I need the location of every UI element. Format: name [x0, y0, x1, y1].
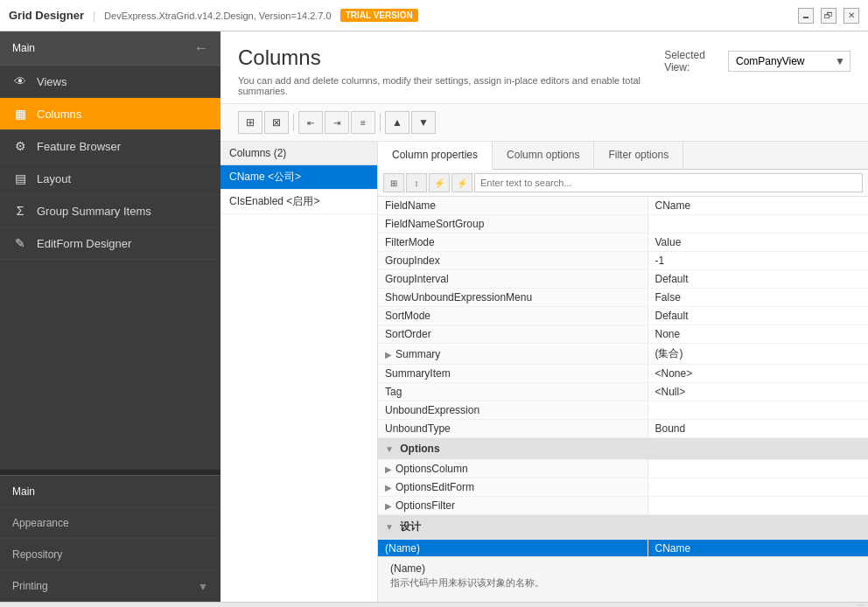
sidebar-nav: 👁 Views ▦ Columns ⚙ Feature Browser ▤ La… [0, 66, 220, 470]
props-filter-button[interactable]: ⚡ [429, 173, 450, 192]
tab-column-properties[interactable]: Column properties [378, 142, 493, 170]
table-row: ▶OptionsFilter [378, 497, 868, 515]
prop-name-fieldname: FieldName [378, 197, 648, 215]
table-row: SortMode Default [378, 307, 868, 325]
props-table: FieldName CName FieldNameSortGroup Filte… [378, 197, 868, 556]
collapse-icon[interactable]: ▼ [385, 444, 394, 454]
prop-value-sortmode[interactable]: Default [648, 307, 868, 325]
props-search-input[interactable] [474, 173, 863, 192]
page-title: Columns [238, 45, 664, 70]
column-item-cisenabled[interactable]: CIsEnabled <启用> [220, 190, 377, 214]
resize-dots-icon: ⋯ [858, 601, 864, 607]
minimize-button[interactable]: 🗕 [798, 8, 814, 24]
properties-grid: FieldName CName FieldNameSortGroup Filte… [378, 197, 868, 556]
tab-filter-options[interactable]: Filter options [594, 142, 683, 169]
move-first-button[interactable]: ⇤ [298, 111, 323, 134]
prop-value-groupinterval[interactable]: Default [648, 270, 868, 289]
collapse-icon[interactable]: ▼ [385, 522, 394, 532]
prop-value-fieldnamesortgroup[interactable] [648, 215, 868, 234]
prop-value-groupindex[interactable]: -1 [648, 252, 868, 270]
prop-name-filtermode: FilterMode [378, 234, 648, 252]
prop-name-sortmode: SortMode [378, 307, 648, 325]
prop-value-optionseditform[interactable] [648, 478, 868, 497]
page-description: You can add and delete columns, modify t… [238, 75, 664, 96]
sidebar-item-editform[interactable]: ✎ EditForm Designer [0, 227, 220, 260]
prop-value-summary[interactable]: (集合) [648, 344, 868, 365]
prop-value-unboundtype[interactable]: Bound [648, 420, 868, 438]
group-header-design: ▼ 设计 [378, 515, 868, 540]
prop-value-name[interactable]: CName [648, 540, 868, 557]
table-row: GroupIndex -1 [378, 252, 868, 270]
title-bar: Grid Designer | DevExpress.XtraGrid.v14.… [0, 0, 868, 31]
content-main: Columns (2) CName <公司> CIsEnabled <启用> C… [220, 142, 868, 602]
prop-value-sortorder[interactable]: None [648, 325, 868, 344]
selected-view-label: Selected View: [664, 49, 721, 73]
sidebar-title: Main [12, 42, 35, 54]
sidebar-item-views[interactable]: 👁 Views [0, 66, 220, 98]
tab-column-options[interactable]: Column options [493, 142, 594, 169]
expand-icon[interactable]: ▶ [385, 483, 392, 492]
add-column-button[interactable]: ⊞ [238, 111, 262, 134]
move-down-button[interactable]: ▼ [411, 111, 436, 134]
table-row: ▶OptionsColumn [378, 460, 868, 478]
toolbar: ⊞ ⊠ ⇤ ⇥ ≡ ▲ ▼ [220, 104, 868, 142]
properties-panel: Column properties Column options Filter … [378, 142, 868, 602]
editform-icon: ✎ [12, 236, 28, 250]
column-item-cname[interactable]: CName <公司> [220, 165, 377, 190]
expand-icon[interactable]: ▶ [385, 350, 392, 359]
prop-value-tag[interactable]: <Null> [648, 383, 868, 401]
columns-icon: ▦ [12, 107, 28, 121]
table-row: UnboundType Bound [378, 420, 868, 438]
prop-value-unboundexpr[interactable] [648, 401, 868, 420]
sidebar-section-main[interactable]: Main [0, 476, 220, 507]
selected-view-dropdown[interactable]: ComPanyView [728, 51, 850, 72]
prop-name-unboundtype: UnboundType [378, 420, 648, 438]
props-toolbar: ⊞ ↕ ⚡ ⚡ [378, 170, 868, 197]
delete-column-button[interactable]: ⊠ [264, 111, 289, 134]
sidebar: Main ← 👁 Views ▦ Columns ⚙ Feature Brows… [0, 31, 220, 602]
move-up-button[interactable]: ▲ [385, 111, 410, 134]
props-sort-alpha-button[interactable]: ↕ [406, 173, 427, 192]
sidebar-item-group-summary[interactable]: Σ Group Summary Items [0, 195, 220, 227]
toolbar-separator [293, 114, 294, 131]
close-button[interactable]: ✕ [844, 8, 859, 24]
prop-value-optionscolumn[interactable] [648, 460, 868, 478]
prop-value-fieldname[interactable]: CName [648, 197, 868, 215]
printing-section-label: Printing [12, 580, 48, 592]
columns-count-label: Columns (2) [229, 147, 286, 159]
window-controls: 🗕 🗗 ✕ [798, 8, 859, 24]
title-sep: | [93, 10, 95, 22]
table-row: ▶Summary (集合) [378, 344, 868, 365]
sidebar-bottom: Main Appearance Repository Printing ▼ [0, 475, 220, 602]
prop-value-showunbound[interactable]: False [648, 289, 868, 307]
appearance-section-label: Appearance [12, 517, 69, 529]
app-body: Main ← 👁 Views ▦ Columns ⚙ Feature Brows… [0, 31, 868, 602]
sidebar-header: Main ← [0, 31, 220, 66]
sidebar-section-appearance[interactable]: Appearance [0, 507, 220, 539]
prop-name-showunbound: ShowUnboundExpressionMenu [378, 289, 648, 307]
prop-name-name: (Name) [378, 540, 648, 557]
prop-name-unboundexpr: UnboundExpression [378, 401, 648, 420]
expand-icon[interactable]: ▶ [385, 501, 392, 511]
prop-value-summaryitem[interactable]: <None> [648, 365, 868, 383]
sidebar-item-layout[interactable]: ▤ Layout [0, 163, 220, 195]
prop-value-filtermode[interactable]: Value [648, 234, 868, 252]
align-button[interactable]: ≡ [351, 111, 375, 134]
sidebar-item-feature-browser[interactable]: ⚙ Feature Browser [0, 130, 220, 163]
sidebar-item-columns[interactable]: ▦ Columns [0, 98, 220, 130]
sidebar-section-printing[interactable]: Printing ▼ [0, 570, 220, 602]
trial-badge: TRIAL VERSION [340, 9, 418, 22]
prop-name-groupindex: GroupIndex [378, 252, 648, 270]
columns-panel-header: Columns (2) [220, 142, 377, 165]
app-name: Grid Designer [9, 9, 84, 22]
expand-icon[interactable]: ▶ [385, 464, 392, 474]
sidebar-section-repository[interactable]: Repository [0, 539, 220, 570]
sidebar-back-icon[interactable]: ← [194, 40, 208, 56]
move-last-button[interactable]: ⇥ [325, 111, 349, 134]
prop-value-optionsfilter[interactable] [648, 497, 868, 515]
props-help-button[interactable]: ⚡ [452, 173, 472, 192]
resize-handle[interactable]: ⋯ [0, 602, 868, 607]
sidebar-item-layout-label: Layout [37, 172, 71, 185]
restore-button[interactable]: 🗗 [821, 8, 836, 24]
props-sort-cat-button[interactable]: ⊞ [383, 173, 404, 192]
